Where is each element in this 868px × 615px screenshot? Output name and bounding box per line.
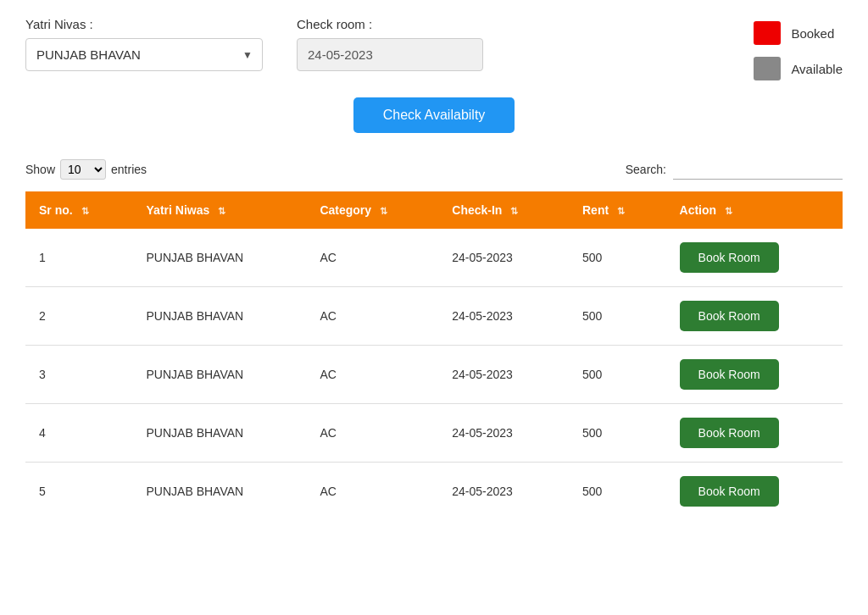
cell-rent-5: 500 <box>569 463 666 521</box>
cell-category-4: AC <box>306 404 438 463</box>
col-rent: Rent ⇅ <box>569 191 666 229</box>
cell-rent-4: 500 <box>569 404 666 463</box>
cell-yatri-4: PUNJAB BHAVAN <box>133 404 307 463</box>
cell-category-1: AC <box>306 229 438 287</box>
cell-yatri-2: PUNJAB BHAVAN <box>133 287 307 346</box>
sort-icon-yatri: ⇅ <box>218 206 225 217</box>
col-category: Category ⇅ <box>306 191 438 229</box>
book-room-button-4[interactable]: Book Room <box>680 418 779 448</box>
cell-sr-1: 1 <box>25 229 133 287</box>
book-room-button-2[interactable]: Book Room <box>680 301 779 331</box>
rooms-table: Sr no. ⇅ Yatri Niwas ⇅ Category ⇅ Check-… <box>25 191 843 520</box>
yatri-niwas-select-wrapper: PUNJAB BHAVAN HIMACHAL BHAVAN RAJASTHAN … <box>25 38 263 71</box>
table-row: 5 PUNJAB BHAVAN AC 24-05-2023 500 Book R… <box>25 463 843 521</box>
cell-checkin-1: 24-05-2023 <box>438 229 569 287</box>
book-room-button-5[interactable]: Book Room <box>680 476 779 507</box>
cell-category-2: AC <box>306 287 438 346</box>
table-controls: Show 10 25 50 100 entries Search: <box>25 158 843 180</box>
legend-available: Available <box>754 57 843 80</box>
cell-yatri-3: PUNJAB BHAVAN <box>133 346 307 404</box>
booked-color-box <box>754 21 781 45</box>
cell-yatri-5: PUNJAB BHAVAN <box>133 463 307 521</box>
cell-action-1: Book Room <box>666 229 843 287</box>
sort-icon-action: ⇅ <box>725 206 732 217</box>
col-sr-no: Sr no. ⇅ <box>25 191 133 229</box>
cell-sr-4: 4 <box>25 404 133 463</box>
cell-category-3: AC <box>306 346 438 404</box>
book-room-button-3[interactable]: Book Room <box>680 359 779 390</box>
table-header-row: Sr no. ⇅ Yatri Niwas ⇅ Category ⇅ Check-… <box>25 191 843 229</box>
table-row: 4 PUNJAB BHAVAN AC 24-05-2023 500 Book R… <box>25 404 843 463</box>
search-input[interactable] <box>673 158 843 180</box>
sort-icon-rent: ⇅ <box>617 206 625 217</box>
table-row: 3 PUNJAB BHAVAN AC 24-05-2023 500 Book R… <box>25 346 843 404</box>
legend-booked: Booked <box>754 21 843 45</box>
show-entries-group: Show 10 25 50 100 entries <box>25 159 147 180</box>
cell-action-2: Book Room <box>666 287 843 346</box>
cell-checkin-4: 24-05-2023 <box>438 404 569 463</box>
show-label: Show <box>25 163 55 176</box>
cell-sr-5: 5 <box>25 463 133 521</box>
cell-rent-1: 500 <box>569 229 666 287</box>
cell-checkin-2: 24-05-2023 <box>438 287 569 346</box>
legend-section: Booked Available <box>754 17 843 80</box>
search-group: Search: <box>626 158 843 180</box>
cell-yatri-1: PUNJAB BHAVAN <box>133 229 307 287</box>
cell-category-5: AC <box>306 463 438 521</box>
cell-sr-3: 3 <box>25 346 133 404</box>
table-row: 2 PUNJAB BHAVAN AC 24-05-2023 500 Book R… <box>25 287 843 346</box>
cell-action-5: Book Room <box>666 463 843 521</box>
sort-icon-checkin: ⇅ <box>510 206 518 217</box>
sort-icon-sr: ⇅ <box>81 206 89 217</box>
available-color-box <box>754 57 781 80</box>
entries-label: entries <box>111 163 147 176</box>
cell-checkin-5: 24-05-2023 <box>438 463 569 521</box>
cell-sr-2: 2 <box>25 287 133 346</box>
cell-rent-2: 500 <box>569 287 666 346</box>
yatri-niwas-group: Yatri Nivas : PUNJAB BHAVAN HIMACHAL BHA… <box>25 17 263 71</box>
check-availability-button[interactable]: Check Availabilty <box>353 97 515 133</box>
cell-action-3: Book Room <box>666 346 843 404</box>
col-checkin: Check-In ⇅ <box>438 191 569 229</box>
yatri-niwas-select[interactable]: PUNJAB BHAVAN HIMACHAL BHAVAN RAJASTHAN … <box>25 38 263 71</box>
search-label: Search: <box>626 163 666 176</box>
check-room-date-input[interactable] <box>297 38 483 71</box>
top-section: Yatri Nivas : PUNJAB BHAVAN HIMACHAL BHA… <box>25 17 843 80</box>
table-row: 1 PUNJAB BHAVAN AC 24-05-2023 500 Book R… <box>25 229 843 287</box>
cell-rent-3: 500 <box>569 346 666 404</box>
entries-count-select[interactable]: 10 25 50 100 <box>60 159 106 180</box>
check-availability-wrapper: Check Availabilty <box>25 97 843 133</box>
check-room-label: Check room : <box>297 17 483 31</box>
booked-label: Booked <box>791 26 834 41</box>
col-yatri-niwas: Yatri Niwas ⇅ <box>133 191 307 229</box>
yatri-niwas-label: Yatri Nivas : <box>25 17 263 31</box>
book-room-button-1[interactable]: Book Room <box>680 242 779 273</box>
sort-icon-category: ⇅ <box>380 206 387 217</box>
cell-action-4: Book Room <box>666 404 843 463</box>
col-action: Action ⇅ <box>666 191 843 229</box>
check-room-group: Check room : <box>297 17 483 71</box>
cell-checkin-3: 24-05-2023 <box>438 346 569 404</box>
available-label: Available <box>791 62 843 76</box>
